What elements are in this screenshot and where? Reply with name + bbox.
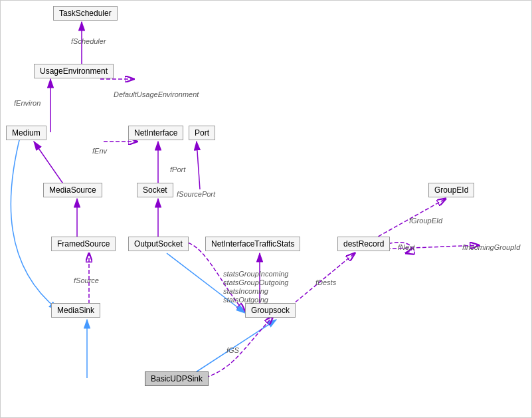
label-fincomingroupid: fIncomingGroupId — [462, 243, 520, 251]
node-groupeid[interactable]: GroupEId — [428, 183, 474, 197]
label-fscheduler: fScheduler — [71, 37, 106, 45]
node-taskscheduler[interactable]: TaskScheduler — [53, 6, 118, 21]
node-groupsock[interactable]: Groupsock — [245, 303, 296, 318]
node-netinterfacetrafficstats[interactable]: NetInterfaceTrafficStats — [205, 237, 300, 251]
label-fenviron: fEnviron — [14, 99, 41, 107]
label-fgroupeid: fGroupEId — [409, 217, 442, 225]
label-fsourceport: fSourcePort — [177, 190, 215, 198]
node-socket[interactable]: Socket — [137, 183, 173, 197]
node-framedsource[interactable]: FramedSource — [51, 237, 116, 251]
node-medium[interactable]: Medium — [6, 126, 46, 140]
label-statsoutgoing: statsOutgoing — [223, 296, 268, 304]
node-mediasource[interactable]: MediaSource — [43, 183, 102, 197]
node-usageenvironment[interactable]: UsageEnvironment — [34, 64, 114, 78]
label-fgs: fGS — [226, 346, 239, 354]
label-fnext: fNext — [398, 243, 415, 251]
label-fsource: fSource — [74, 276, 99, 284]
label-statsincoming: statsIncoming — [223, 287, 268, 295]
label-fdests: fDests — [315, 278, 336, 286]
label-fenv: fEnv — [92, 147, 107, 155]
node-mediasink[interactable]: MediaSink — [51, 303, 100, 318]
diagram-container: TaskScheduler UsageEnvironment Medium Me… — [0, 0, 532, 418]
label-fport: fPort — [170, 165, 185, 173]
node-basicudpsink[interactable]: BasicUDPSink — [145, 371, 209, 386]
node-port[interactable]: Port — [189, 126, 215, 140]
label-statsgroupoutgoing: statsGroupOutgoing — [223, 278, 288, 286]
node-destrecord[interactable]: destRecord — [337, 237, 390, 251]
label-statsgroupincoming: statsGroupIncoming — [223, 270, 288, 278]
label-defaultusageenvironment: DefaultUsageEnvironment — [114, 90, 199, 98]
node-netinterface[interactable]: NetInterface — [128, 126, 183, 140]
svg-line-9 — [197, 142, 200, 189]
node-outputsocket[interactable]: OutputSocket — [128, 237, 189, 251]
